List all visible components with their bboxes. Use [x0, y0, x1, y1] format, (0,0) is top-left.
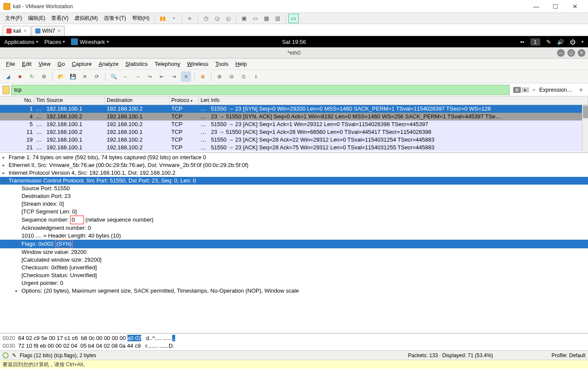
- places-menu[interactable]: Places ▾: [44, 39, 65, 45]
- restart-capture-icon[interactable]: ↻: [27, 71, 37, 82]
- ws-close-icon[interactable]: ✕: [578, 49, 585, 57]
- filter-clear-button[interactable]: ✕▸: [511, 87, 531, 93]
- detail-frame[interactable]: Frame 1: 74 bytes on wire (592 bits), 74…: [0, 154, 588, 161]
- packet-scrollbar[interactable]: [582, 105, 588, 152]
- packet-list[interactable]: 1…192.168.100.1192.168.100.2TCP…51550 → …: [0, 105, 588, 152]
- packet-row[interactable]: 11…192.168.100.2192.168.100.1TCP…23 → 51…: [0, 128, 588, 136]
- add-filter-button[interactable]: +: [577, 86, 585, 94]
- console-icon[interactable]: ▭: [288, 14, 299, 23]
- video-icon[interactable]: ▪▪: [520, 39, 524, 45]
- dropdown-icon[interactable]: ▾: [169, 14, 179, 23]
- filter-bookmark-icon[interactable]: [3, 86, 9, 94]
- open-icon[interactable]: 📂: [56, 71, 66, 82]
- send-ctrlaltdel-icon[interactable]: ⎆: [185, 14, 195, 23]
- packet-row[interactable]: 4…192.168.100.2192.168.100.1TCP…23 → 515…: [0, 113, 588, 120]
- detail-seglen[interactable]: [TCP Segment Len: 0]: [0, 208, 588, 216]
- menu-file[interactable]: 文件(F): [3, 14, 25, 23]
- close-tab-icon[interactable]: ×: [58, 28, 61, 34]
- ws-menu-file[interactable]: File: [3, 60, 18, 68]
- col-header-time[interactable]: Tim: [34, 96, 45, 105]
- forward-icon[interactable]: →: [133, 71, 143, 82]
- ws-menu-capture[interactable]: Capture: [69, 60, 94, 68]
- display-filter-input[interactable]: tcp: [11, 85, 510, 95]
- applications-menu[interactable]: Applications ▾: [4, 39, 38, 45]
- expert-info-icon[interactable]: [3, 352, 9, 358]
- resize-columns-icon[interactable]: ⫴: [251, 71, 261, 82]
- colorize-icon[interactable]: ≣: [198, 71, 208, 82]
- system-dropdown-icon[interactable]: ▾: [582, 40, 584, 44]
- close-tab-icon[interactable]: ×: [24, 28, 27, 34]
- zoom-in-icon[interactable]: ⊕: [214, 71, 225, 82]
- detail-chkstat[interactable]: [Checksum Status: Unverified]: [0, 272, 588, 279]
- hex-pane[interactable]: 0020 64 02 c9 5e 00 17 c1 c6 b8 0c 00 00…: [0, 333, 588, 350]
- detail-ethernet[interactable]: Ethernet II, Src: Vmware_5b:76:ae (00:0c…: [0, 161, 588, 169]
- fullscreen-icon[interactable]: ▭: [250, 14, 260, 23]
- detail-acknum[interactable]: Acknowledgment number: 0: [0, 224, 588, 232]
- col-header-source[interactable]: Source: [45, 96, 105, 105]
- clock[interactable]: Sat 19:56: [282, 39, 306, 45]
- ws-minimize-icon[interactable]: —: [557, 49, 565, 57]
- menu-edit[interactable]: 编辑(E): [25, 14, 48, 23]
- vm-tab-win7[interactable]: WIN7 ×: [31, 26, 65, 36]
- back-icon[interactable]: ←: [121, 71, 131, 82]
- jump-icon[interactable]: ↪: [145, 71, 155, 82]
- detail-urgent[interactable]: Urgent pointer: 0: [0, 279, 588, 287]
- maximize-button[interactable]: ☐: [546, 0, 565, 12]
- minimize-button[interactable]: —: [526, 0, 546, 12]
- detail-hlen[interactable]: 1010 .... = Header Length: 40 bytes (10): [0, 232, 588, 240]
- status-profile[interactable]: Profile: Default: [551, 352, 585, 358]
- menu-view[interactable]: 查看(V): [49, 14, 71, 23]
- menu-tabs[interactable]: 选项卡(T): [101, 14, 128, 23]
- ws-menu-go[interactable]: Go: [55, 60, 67, 68]
- find-icon[interactable]: 🔍: [108, 71, 119, 82]
- detail-seqnum[interactable]: Sequence number: 0 (relative sequence nu…: [0, 216, 588, 224]
- col-header-len[interactable]: Len: [199, 96, 209, 105]
- start-capture-icon[interactable]: ◢: [3, 71, 13, 82]
- col-header-info[interactable]: Info: [209, 96, 588, 105]
- library-icon[interactable]: ▥: [272, 14, 283, 23]
- col-header-no[interactable]: No.: [0, 96, 34, 105]
- first-packet-icon[interactable]: ⇤: [157, 71, 167, 82]
- snapshot-revert-icon[interactable]: ◶: [212, 14, 222, 23]
- stop-capture-icon[interactable]: ■: [15, 71, 25, 82]
- detail-checksum[interactable]: Checksum: 0xf8eb [unverified]: [0, 264, 588, 272]
- ws-menu-edit[interactable]: Edit: [19, 60, 34, 68]
- capture-options-icon[interactable]: ⚙: [39, 71, 49, 82]
- ws-menu-wireless[interactable]: Wireless: [185, 60, 211, 68]
- last-packet-icon[interactable]: ⇥: [169, 71, 179, 82]
- packet-row[interactable]: 5…192.168.100.1192.168.100.2TCP…51550 → …: [0, 120, 588, 128]
- detail-srcport[interactable]: Source Port: 51550: [0, 185, 588, 192]
- col-header-proto[interactable]: Protoco ▾: [170, 96, 199, 105]
- detail-stream[interactable]: [Stream index: 0]: [0, 200, 588, 208]
- menu-help[interactable]: 帮助(H): [130, 14, 152, 23]
- close-file-icon[interactable]: ✕: [80, 71, 90, 82]
- vm-tab-kali[interactable]: kali ×: [3, 26, 31, 36]
- detail-tcp[interactable]: Transmission Control Protocol, Src Port:…: [0, 177, 588, 185]
- ws-menu-view[interactable]: View: [36, 60, 53, 68]
- detail-flags[interactable]: Flags: 0x002 (SYN): [0, 240, 588, 248]
- ws-menu-help[interactable]: Help: [233, 60, 250, 68]
- workspace-badge[interactable]: 1: [530, 38, 540, 46]
- thumbnail-icon[interactable]: ▦: [261, 14, 272, 23]
- ws-menu-telephony[interactable]: Telephony: [152, 60, 183, 68]
- hex-line-2[interactable]: 0030 72 10 f8 eb 00 00 02 04 05 b4 04 02…: [3, 342, 585, 350]
- pause-icon[interactable]: ▮▮: [158, 14, 168, 23]
- packet-row[interactable]: 19…192.168.100.1192.168.100.2TCP…51550 →…: [0, 136, 588, 144]
- packet-row[interactable]: 1…192.168.100.1192.168.100.2TCP…51550 → …: [0, 105, 588, 113]
- packet-details[interactable]: Frame 1: 74 bytes on wire (592 bits), 74…: [0, 152, 588, 333]
- autoscroll-icon[interactable]: ≡: [181, 71, 191, 82]
- detail-options[interactable]: Options: (20 bytes), Maximum segment siz…: [0, 287, 588, 295]
- zoom-reset-icon[interactable]: ⊙: [238, 71, 249, 82]
- expression-button[interactable]: Expression…: [537, 86, 575, 93]
- snapshot-manager-icon[interactable]: ◵: [223, 14, 233, 23]
- detail-ip[interactable]: Internet Protocol Version 4, Src: 192.16…: [0, 169, 588, 177]
- detail-winsize[interactable]: Window size value: 29200: [0, 248, 588, 256]
- save-icon[interactable]: 💾: [68, 71, 78, 82]
- reload-icon[interactable]: ⟳: [92, 71, 102, 82]
- ws-menu-analyze[interactable]: Analyze: [96, 60, 121, 68]
- close-button[interactable]: ✕: [565, 0, 585, 12]
- detail-dstport[interactable]: Destination Port: 23: [0, 192, 588, 200]
- edit-icon[interactable]: ✎: [12, 352, 16, 358]
- record-icon[interactable]: ✎: [546, 39, 551, 45]
- packet-row[interactable]: 21…192.168.100.1192.168.100.2TCP…51550 →…: [0, 144, 588, 151]
